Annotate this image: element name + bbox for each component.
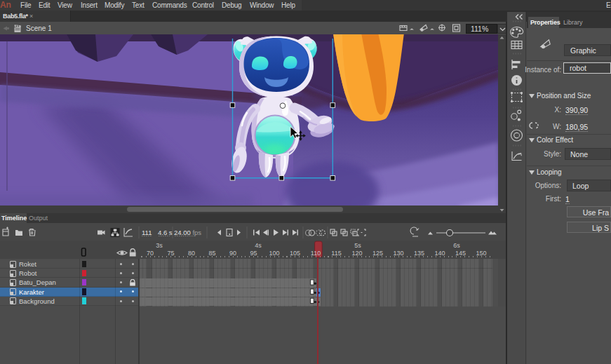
svg-text:24.00 fps: 24.00 fps <box>174 229 201 236</box>
svg-text:5s: 5s <box>354 242 361 249</box>
svg-text:Scene 1: Scene 1 <box>26 25 52 32</box>
svg-text:6s: 6s <box>453 242 460 249</box>
svg-text:4s: 4s <box>255 242 262 249</box>
svg-text:3s: 3s <box>156 242 163 249</box>
svg-text:4.6 s: 4.6 s <box>158 229 173 236</box>
svg-text:111: 111 <box>142 229 152 236</box>
